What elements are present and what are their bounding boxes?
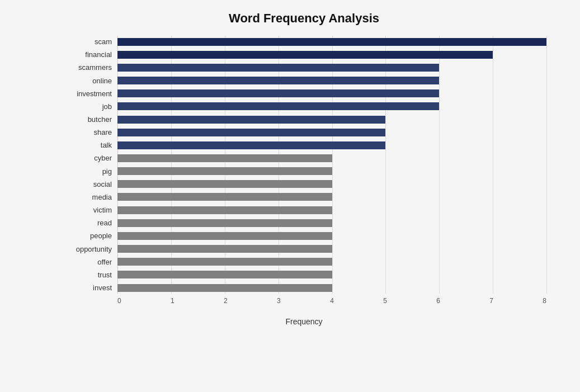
bar-row: talk bbox=[117, 139, 546, 151]
bar-fill bbox=[117, 141, 385, 149]
bar-row: scammers bbox=[117, 62, 546, 73]
x-axis: 0 1 2 3 4 5 6 7 8 bbox=[117, 294, 546, 316]
bar-label: read bbox=[62, 219, 117, 227]
bar-label: financial bbox=[62, 50, 117, 59]
bar-row: social bbox=[117, 178, 546, 190]
x-tick-1: 1 bbox=[171, 297, 175, 305]
bar-track bbox=[117, 139, 546, 151]
bar-fill bbox=[117, 89, 439, 97]
bar-fill bbox=[117, 64, 439, 72]
chart-title: Word Frequency Analysis bbox=[62, 11, 546, 26]
bar-track bbox=[117, 101, 546, 112]
bar-track bbox=[117, 191, 546, 203]
bar-fill bbox=[117, 51, 493, 59]
bar-fill bbox=[117, 102, 439, 110]
bar-label: scammers bbox=[62, 63, 117, 72]
bar-track bbox=[117, 166, 546, 177]
bar-label: victim bbox=[62, 206, 117, 214]
bar-fill bbox=[117, 38, 546, 46]
bar-row: offer bbox=[117, 256, 546, 268]
chart-container: Word Frequency Analysis scamfinancialsca… bbox=[0, 0, 580, 392]
bar-fill bbox=[117, 129, 385, 136]
bar-row: people bbox=[117, 230, 546, 242]
bar-fill bbox=[117, 232, 332, 240]
bar-track bbox=[117, 114, 546, 125]
bar-track bbox=[117, 269, 546, 281]
x-tick-2: 2 bbox=[224, 297, 228, 305]
bar-track bbox=[117, 178, 546, 190]
bar-track bbox=[117, 217, 546, 229]
bar-row: share bbox=[117, 126, 546, 138]
bar-fill bbox=[117, 206, 332, 214]
bar-fill bbox=[117, 77, 439, 84]
bar-row: financial bbox=[117, 49, 546, 60]
bar-row: read bbox=[117, 217, 546, 229]
bar-fill bbox=[117, 116, 385, 124]
bar-track bbox=[117, 36, 546, 48]
bar-fill bbox=[117, 245, 332, 253]
bar-label: offer bbox=[62, 258, 117, 266]
bar-label: share bbox=[62, 128, 117, 136]
bar-row: opportunity bbox=[117, 243, 546, 255]
bar-fill bbox=[117, 219, 332, 227]
bar-label: opportunity bbox=[62, 245, 117, 253]
x-tick-6: 6 bbox=[436, 297, 440, 305]
x-tick-5: 5 bbox=[383, 297, 387, 305]
bar-label: job bbox=[62, 102, 117, 111]
bar-row: trust bbox=[117, 269, 546, 281]
bar-row: cyber bbox=[117, 152, 546, 164]
x-tick-8: 8 bbox=[543, 297, 546, 305]
bar-row: media bbox=[117, 191, 546, 203]
bar-label: invest bbox=[62, 284, 117, 292]
bar-row: butcher bbox=[117, 114, 546, 125]
bar-track bbox=[117, 74, 546, 86]
bar-label: investment bbox=[62, 89, 117, 98]
x-tick-0: 0 bbox=[117, 297, 121, 305]
bar-label: media bbox=[62, 193, 117, 201]
bar-label: scam bbox=[62, 37, 117, 46]
bar-fill bbox=[117, 258, 332, 266]
bar-label: social bbox=[62, 180, 117, 188]
bar-fill bbox=[117, 193, 332, 201]
bar-track bbox=[117, 204, 546, 216]
bar-label: trust bbox=[62, 271, 117, 279]
bar-label: butcher bbox=[62, 115, 117, 124]
x-tick-4: 4 bbox=[330, 297, 334, 305]
bar-track bbox=[117, 256, 546, 268]
bar-row: scam bbox=[117, 36, 546, 48]
bar-label: online bbox=[62, 77, 117, 85]
bar-track bbox=[117, 282, 546, 294]
bar-label: cyber bbox=[62, 154, 117, 162]
bar-track bbox=[117, 88, 546, 100]
bars-area: scamfinancialscammersonlineinvestmentjob… bbox=[117, 36, 546, 294]
bar-row: invest bbox=[117, 282, 546, 294]
bar-row: job bbox=[117, 101, 546, 112]
bar-row: pig bbox=[117, 166, 546, 177]
x-axis-title: Frequency bbox=[62, 317, 546, 326]
bar-fill bbox=[117, 167, 332, 175]
bar-row: online bbox=[117, 74, 546, 86]
bar-row: victim bbox=[117, 204, 546, 216]
bar-fill bbox=[117, 271, 332, 278]
bar-track bbox=[117, 230, 546, 242]
bar-fill bbox=[117, 180, 332, 188]
bar-label: people bbox=[62, 232, 117, 240]
bar-track bbox=[117, 152, 546, 164]
bar-track bbox=[117, 243, 546, 255]
x-tick-7: 7 bbox=[489, 297, 493, 305]
bar-track bbox=[117, 126, 546, 138]
bar-track bbox=[117, 49, 546, 60]
bar-label: talk bbox=[62, 141, 117, 149]
bar-track bbox=[117, 62, 546, 73]
bar-fill bbox=[117, 154, 332, 162]
bar-fill bbox=[117, 284, 332, 292]
bar-label: pig bbox=[62, 167, 117, 176]
bar-row: investment bbox=[117, 88, 546, 100]
x-tick-3: 3 bbox=[277, 297, 281, 305]
